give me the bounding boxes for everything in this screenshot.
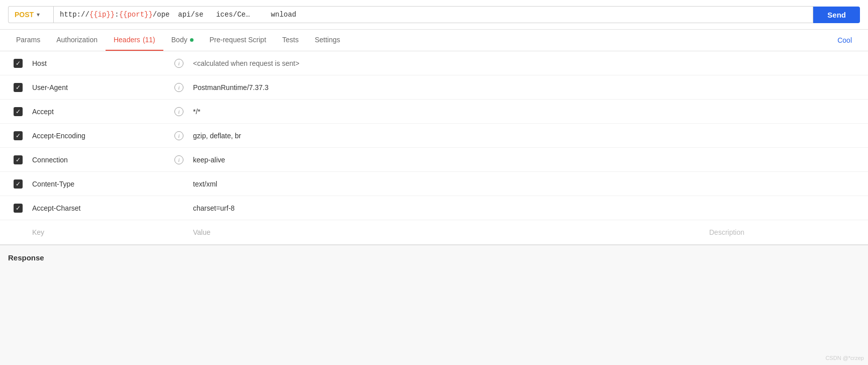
url-part-colon: : bbox=[115, 11, 119, 19]
checkbox-cell-6: ✓ bbox=[8, 204, 28, 213]
header-key-0: Host bbox=[28, 59, 169, 67]
header-key-3: Accept-Encoding bbox=[28, 132, 169, 140]
url-part-port: {{port}} bbox=[119, 11, 153, 19]
table-row: ✓Accept-Charsetcharset=urf-8 bbox=[0, 196, 868, 220]
header-value-4: keep-alive bbox=[189, 156, 860, 164]
method-chevron-icon: ▾ bbox=[37, 11, 40, 18]
checkbox-cell-4: ✓ bbox=[8, 155, 28, 164]
tab-pre-request-script[interactable]: Pre-request Script bbox=[202, 30, 274, 51]
checkbox-3[interactable]: ✓ bbox=[14, 131, 23, 140]
tab-authorization-label: Authorization bbox=[56, 36, 98, 44]
header-key-5: Content-Type bbox=[28, 180, 169, 188]
headers-section: ✓Hosti<calculated when request is sent>✓… bbox=[0, 51, 868, 244]
checkmark-icon: ✓ bbox=[16, 84, 21, 90]
tab-body-label: Body bbox=[171, 36, 187, 44]
info-icon[interactable]: i bbox=[174, 107, 183, 116]
checkbox-5[interactable]: ✓ bbox=[14, 179, 23, 189]
tab-tests[interactable]: Tests bbox=[274, 30, 307, 51]
header-key-1: User-Agent bbox=[28, 83, 169, 92]
response-title: Response bbox=[8, 253, 44, 262]
header-key-6: Accept-Charset bbox=[28, 204, 169, 212]
response-section: Response bbox=[0, 244, 868, 270]
placeholder-description: Description bbox=[709, 228, 860, 236]
table-row: ✓Connectionikeep-alive bbox=[0, 148, 868, 172]
tab-settings[interactable]: Settings bbox=[307, 30, 348, 51]
tab-headers-count: (11) bbox=[143, 36, 155, 44]
tab-body-dot bbox=[190, 38, 194, 42]
placeholder-row: Key Value Description bbox=[0, 220, 868, 244]
table-row: ✓Content-Typetext/xml bbox=[0, 172, 868, 196]
checkbox-cell-5: ✓ bbox=[8, 179, 28, 189]
info-cell-3: i bbox=[169, 131, 189, 140]
tab-authorization[interactable]: Authorization bbox=[48, 30, 106, 51]
header-value-2: */* bbox=[189, 108, 860, 116]
info-icon[interactable]: i bbox=[174, 83, 183, 92]
tab-body[interactable]: Body bbox=[163, 30, 202, 51]
table-row: ✓Accept-Encodingigzip, deflate, br bbox=[0, 124, 868, 148]
tab-headers-label: Headers bbox=[114, 36, 140, 44]
method-label: POST bbox=[15, 11, 34, 19]
checkbox-1[interactable]: ✓ bbox=[14, 83, 23, 92]
header-key-2: Accept bbox=[28, 108, 169, 116]
checkmark-icon: ✓ bbox=[16, 205, 21, 211]
checkmark-icon: ✓ bbox=[16, 133, 21, 139]
checkbox-6[interactable]: ✓ bbox=[14, 204, 23, 213]
placeholder-value[interactable]: Value bbox=[189, 228, 659, 236]
info-cell-2: i bbox=[169, 107, 189, 116]
url-part-ip: {{ip}} bbox=[89, 11, 115, 19]
checkmark-icon: ✓ bbox=[16, 60, 21, 66]
url-part-path: /ope api/se ices/Ce… wnload bbox=[153, 11, 297, 19]
info-icon[interactable]: i bbox=[174, 155, 183, 164]
checkbox-4[interactable]: ✓ bbox=[14, 155, 23, 164]
checkmark-icon: ✓ bbox=[16, 181, 21, 187]
header-value-6: charset=urf-8 bbox=[189, 204, 860, 212]
table-row: ✓User-AgentiPostmanRuntime/7.37.3 bbox=[0, 75, 868, 100]
header-value-5: text/xml bbox=[189, 180, 860, 188]
info-cell-1: i bbox=[169, 83, 189, 92]
header-value-0: <calculated when request is sent> bbox=[189, 59, 860, 67]
table-row: ✓Accepti*/* bbox=[0, 100, 868, 124]
url-display[interactable]: http://{{ip}}:{{port}}/ope api/se ices/C… bbox=[53, 6, 813, 23]
tab-params-label: Params bbox=[16, 36, 40, 44]
tab-tests-label: Tests bbox=[282, 36, 299, 44]
checkbox-cell-2: ✓ bbox=[8, 107, 28, 116]
checkmark-icon: ✓ bbox=[16, 157, 21, 163]
url-part-plain1: http:// bbox=[60, 11, 89, 19]
placeholder-key[interactable]: Key bbox=[28, 228, 169, 236]
info-cell-0: i bbox=[169, 59, 189, 68]
tab-headers[interactable]: Headers (11) bbox=[106, 30, 163, 51]
checkmark-icon: ✓ bbox=[16, 109, 21, 115]
info-icon[interactable]: i bbox=[174, 131, 183, 140]
url-bar: POST ▾ http://{{ip}}:{{port}}/ope api/se… bbox=[0, 0, 868, 30]
info-cell-4: i bbox=[169, 155, 189, 164]
info-icon[interactable]: i bbox=[174, 59, 183, 68]
tab-right-cool[interactable]: Cool bbox=[829, 30, 860, 50]
tab-pre-request-script-label: Pre-request Script bbox=[210, 36, 266, 44]
table-row: ✓Hosti<calculated when request is sent> bbox=[0, 51, 868, 75]
header-value-1: PostmanRuntime/7.37.3 bbox=[189, 83, 860, 92]
tab-params[interactable]: Params bbox=[8, 30, 48, 51]
checkbox-0[interactable]: ✓ bbox=[14, 59, 23, 68]
checkbox-cell-1: ✓ bbox=[8, 83, 28, 92]
header-key-4: Connection bbox=[28, 156, 169, 164]
tab-settings-label: Settings bbox=[315, 36, 340, 44]
checkbox-cell-0: ✓ bbox=[8, 59, 28, 68]
tabs-bar: Params Authorization Headers (11) Body P… bbox=[0, 30, 868, 51]
checkbox-cell-3: ✓ bbox=[8, 131, 28, 140]
method-selector[interactable]: POST ▾ bbox=[8, 6, 53, 23]
send-button[interactable]: Send bbox=[813, 7, 860, 23]
header-value-3: gzip, deflate, br bbox=[189, 132, 860, 140]
checkbox-2[interactable]: ✓ bbox=[14, 107, 23, 116]
